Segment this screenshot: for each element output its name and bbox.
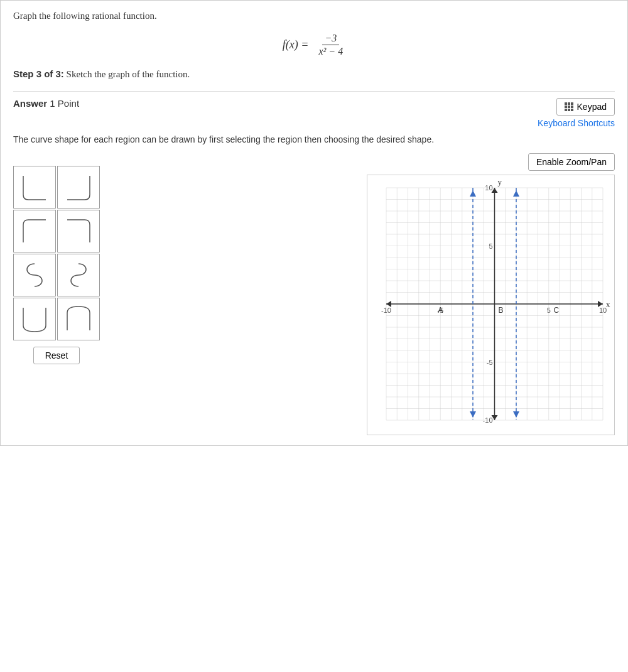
step-text: Step 3 of 3: Sketch the graph of the fun… <box>13 68 615 80</box>
keypad-icon <box>565 102 573 111</box>
shape-top-left[interactable] <box>13 210 56 252</box>
shape-s-right[interactable] <box>57 254 100 296</box>
graph-canvas <box>367 175 615 436</box>
reset-button[interactable]: Reset <box>33 347 80 364</box>
keyboard-shortcuts-link[interactable]: Keyboard Shortcuts <box>538 118 615 128</box>
shape-svg-5 <box>18 259 51 291</box>
shape-top-right[interactable] <box>57 210 100 252</box>
keypad-label: Keypad <box>577 102 607 112</box>
answer-points: 1 Point <box>50 98 79 109</box>
formula: f(x) = −3 x² − 4 <box>283 33 345 57</box>
shape-svg-2 <box>62 171 95 203</box>
shape-svg-6 <box>62 259 95 291</box>
denominator: x² − 4 <box>316 45 345 57</box>
content-area: Reset Enable Zoom/Pan <box>13 153 615 435</box>
shape-row-2 <box>13 210 100 252</box>
hint-text: The curve shape for each region can be d… <box>13 134 615 144</box>
formula-label: f(x) = <box>283 38 309 51</box>
shape-s-left[interactable] <box>13 254 56 296</box>
top-right-buttons: Keypad Keyboard Shortcuts <box>538 98 615 128</box>
shape-bottom-left[interactable] <box>13 166 56 209</box>
graph-container[interactable] <box>367 175 615 435</box>
shape-u[interactable] <box>13 298 56 340</box>
numerator: −3 <box>322 33 339 45</box>
instruction-text: Graph the following rational function. <box>13 11 615 21</box>
fraction: −3 x² − 4 <box>316 33 345 57</box>
step-action: Sketch the graph of the function. <box>67 69 190 79</box>
shape-svg-1 <box>18 171 51 203</box>
enable-zoom-button[interactable]: Enable Zoom/Pan <box>528 153 615 171</box>
answer-label: Answer 1 Point <box>13 98 79 109</box>
answer-text: Answer <box>13 98 47 109</box>
shape-row-4 <box>13 298 100 340</box>
formula-display: f(x) = −3 x² − 4 <box>13 33 615 57</box>
page-container: Graph the following rational function. f… <box>0 0 628 446</box>
shape-bottom-right[interactable] <box>57 166 100 209</box>
shape-svg-7 <box>18 303 51 335</box>
divider <box>13 91 615 92</box>
answer-row: Answer 1 Point Keypad Keyboard Shortcuts <box>13 98 615 128</box>
shape-svg-3 <box>18 215 51 247</box>
shape-svg-8 <box>62 303 95 335</box>
keypad-button[interactable]: Keypad <box>556 98 615 116</box>
graph-panel: Enable Zoom/Pan <box>112 153 615 435</box>
curve-shapes-grid <box>13 166 100 340</box>
shape-svg-4 <box>62 215 95 247</box>
shape-row-3 <box>13 254 100 296</box>
shapes-panel: Reset <box>13 153 100 364</box>
shape-n[interactable] <box>57 298 100 340</box>
step-label: Step 3 of 3: <box>13 68 64 79</box>
shape-row-1 <box>13 166 100 209</box>
